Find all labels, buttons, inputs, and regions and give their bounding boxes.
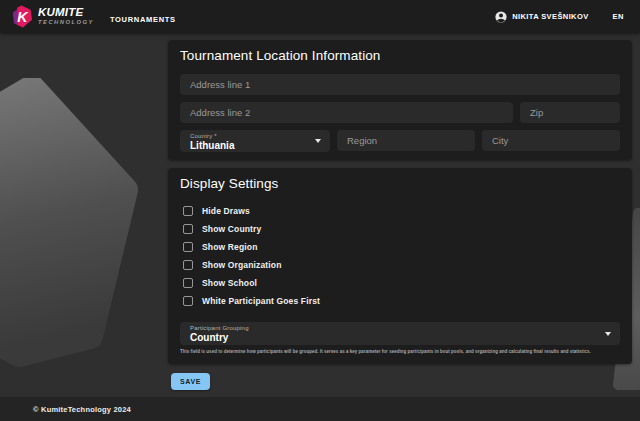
decor-hexagon-left xyxy=(0,78,140,373)
grouping-helper-text: This field is used to determine how part… xyxy=(180,348,457,354)
checkbox-label: Hide Draws xyxy=(202,206,250,216)
brand-logo[interactable]: K KUMITE TECHNOLOGY xyxy=(12,5,94,28)
checkbox-label: Show School xyxy=(202,278,257,288)
chevron-down-icon xyxy=(605,332,611,336)
location-card-title: Tournament Location Information xyxy=(180,49,620,63)
helper-text-wrap: This field is used to determine how part… xyxy=(180,348,620,356)
checkbox-row-white-participant-first[interactable]: White Participant Goes First xyxy=(180,292,620,310)
main-nav: TOURNAMENTS xyxy=(106,8,180,26)
grouping-select-label: Participant Grouping xyxy=(190,325,598,332)
participant-grouping-select[interactable]: Participant Grouping Country xyxy=(180,322,620,345)
kumite-logo-icon: K xyxy=(12,5,33,28)
app-header: K KUMITE TECHNOLOGY TOURNAMENTS NIKITA S… xyxy=(0,0,640,33)
page-content: Tournament Location Information Country … xyxy=(168,40,632,390)
checkbox[interactable] xyxy=(183,296,193,306)
checkbox-row-show-country[interactable]: Show Country xyxy=(180,220,620,238)
city-input[interactable] xyxy=(482,130,620,151)
chevron-down-icon xyxy=(315,139,321,143)
copyright-text: © KumiteTechnology 2024 xyxy=(33,405,131,414)
user-name: NIKITA SVEŠNIKOV xyxy=(512,12,588,21)
checkbox[interactable] xyxy=(183,224,193,234)
language-selector[interactable]: EN xyxy=(613,12,624,21)
account-circle-icon xyxy=(495,11,507,23)
checkbox-row-hide-draws[interactable]: Hide Draws xyxy=(180,202,620,220)
display-settings-card: Display Settings Hide Draws Show Country… xyxy=(168,168,632,364)
checkbox-label: White Participant Goes First xyxy=(202,296,320,306)
save-button[interactable]: SAVE xyxy=(171,373,210,390)
grouping-select-value: Country xyxy=(190,332,598,343)
country-select[interactable]: Country * Lithuania xyxy=(180,130,330,152)
address-line-1-input[interactable] xyxy=(180,74,620,95)
checkbox-row-show-region[interactable]: Show Region xyxy=(180,238,620,256)
checkbox[interactable] xyxy=(183,260,193,270)
display-settings-title: Display Settings xyxy=(180,177,620,191)
checkbox-label: Show Region xyxy=(202,242,257,252)
checkbox[interactable] xyxy=(183,206,193,216)
app-footer: © KumiteTechnology 2024 xyxy=(0,397,640,421)
checkbox[interactable] xyxy=(183,278,193,288)
address-line-2-input[interactable] xyxy=(180,102,513,123)
brand-name: KUMITE xyxy=(38,7,94,19)
country-select-label: Country * xyxy=(190,133,308,140)
region-input[interactable] xyxy=(337,130,475,151)
location-card: Tournament Location Information Country … xyxy=(168,40,632,160)
brand-subtitle: TECHNOLOGY xyxy=(38,20,94,26)
nav-tournaments[interactable]: TOURNAMENTS xyxy=(106,9,180,30)
country-select-value: Lithuania xyxy=(190,140,308,151)
checkbox-label: Show Organization xyxy=(202,260,282,270)
checkbox[interactable] xyxy=(183,242,193,252)
user-menu[interactable]: NIKITA SVEŠNIKOV xyxy=(495,11,588,23)
checkbox-label: Show Country xyxy=(202,224,261,234)
zip-input[interactable] xyxy=(520,102,620,123)
logo-letter: K xyxy=(17,9,29,25)
brand-text: KUMITE TECHNOLOGY xyxy=(38,7,94,25)
checkbox-list: Hide Draws Show Country Show Region Show… xyxy=(180,202,620,310)
checkbox-row-show-organization[interactable]: Show Organization xyxy=(180,256,620,274)
main-area: Tournament Location Information Country … xyxy=(0,33,640,397)
checkbox-row-show-school[interactable]: Show School xyxy=(180,274,620,292)
